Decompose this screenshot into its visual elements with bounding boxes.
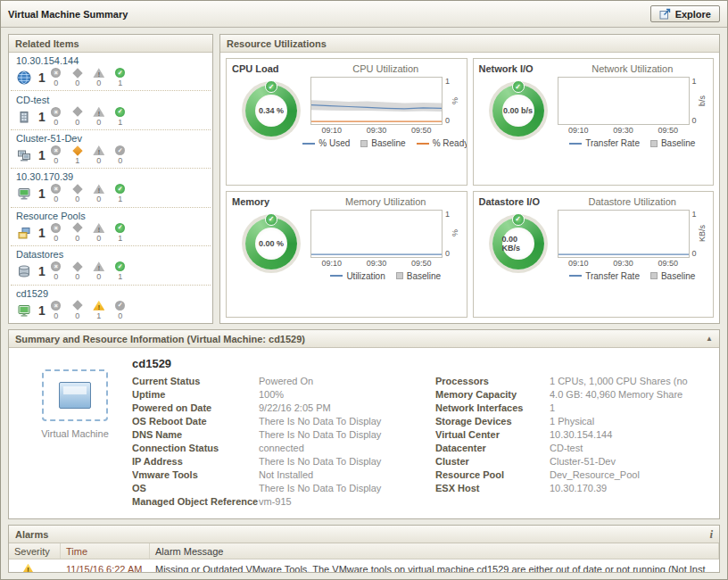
network-chart-y-axis: 10 b/s (691, 77, 707, 125)
fatal-status[interactable]: ×0 (46, 223, 67, 243)
related-item-name[interactable]: CD-test (16, 95, 205, 105)
y-max-label: 1 (692, 210, 697, 219)
related-item-name[interactable]: Datastores (16, 249, 205, 260)
network-utilization-chart[interactable] (558, 77, 690, 125)
fatal-icon: × (51, 223, 61, 233)
normal-status[interactable]: ✓1 (110, 261, 131, 281)
normal-icon: ✓ (115, 223, 125, 233)
warning-status[interactable]: !0 (88, 68, 110, 87)
related-item-name[interactable]: Cluster-51-Dev (16, 133, 205, 144)
fatal-status[interactable]: ×0 (46, 68, 67, 87)
vm-figure: Virtual Machine (18, 357, 132, 515)
warning-status[interactable]: !0 (88, 223, 110, 243)
warning-count: 1 (96, 311, 101, 320)
explore-button[interactable]: Explore (650, 5, 720, 22)
critical-icon (72, 106, 82, 116)
y-min-label: 0 (692, 116, 697, 125)
field-label: OS Reboot Date (132, 416, 259, 427)
related-item-name[interactable]: Resource Pools (16, 211, 205, 221)
info-icon[interactable]: i (709, 527, 713, 542)
fatal-icon: × (51, 107, 61, 117)
warning-count: 0 (96, 156, 101, 165)
time-column-header[interactable]: Time (61, 543, 150, 559)
warning-status[interactable]: !0 (88, 184, 110, 203)
used-line-swatch (302, 143, 315, 145)
critical-status[interactable]: 0 (67, 184, 88, 203)
network-io-gauge[interactable]: 0.00 b/s ✓ (492, 85, 544, 137)
collapse-icon[interactable]: ▲ (706, 335, 713, 343)
warning-icon: ! (93, 107, 104, 117)
fatal-count: 0 (54, 311, 58, 320)
fatal-status[interactable]: ×0 (46, 184, 67, 203)
datastore-io-gauge[interactable]: 0.00 KB/s ✓ (492, 218, 544, 269)
x-tick: 09:30 (367, 126, 387, 135)
related-item-row-datacenter[interactable]: CD-test 1 ×0 0 !0 ✓1 (11, 91, 211, 129)
critical-status[interactable]: 0 (67, 261, 88, 281)
critical-status[interactable]: 0 (67, 301, 88, 320)
critical-status[interactable]: 0 (67, 68, 88, 87)
warning-status[interactable]: !0 (88, 145, 110, 165)
normal-status[interactable]: ✓1 (110, 68, 131, 87)
field-label: Processors (435, 376, 550, 386)
severity-column-header[interactable]: Severity (9, 543, 61, 559)
virtual-machine-icon (16, 302, 31, 318)
normal-status[interactable]: ✓0 (110, 301, 131, 320)
field-value: vm-915 (259, 496, 435, 507)
datastore-utilization-chart[interactable] (558, 210, 690, 258)
normal-count: 1 (118, 79, 122, 87)
cpu-utilization-chart[interactable] (310, 77, 443, 125)
field-value: connected (259, 443, 435, 453)
fatal-status[interactable]: ×0 (46, 261, 67, 281)
normal-status[interactable]: ✓1 (110, 184, 131, 203)
field-value: 100% (259, 389, 435, 400)
critical-count: 0 (75, 118, 79, 127)
x-tick: 09:50 (658, 259, 679, 268)
warning-status[interactable]: !0 (88, 107, 110, 127)
x-tick: 09:10 (321, 259, 342, 268)
related-item-name[interactable]: 10.30.154.144 (16, 55, 205, 66)
critical-status[interactable]: 0 (67, 107, 88, 127)
normal-status[interactable]: ✓1 (110, 107, 131, 127)
resource-utilizations-body: CPU Load 0.34 % ✓ CPU Utilization (220, 53, 719, 323)
field-label: Vmware Tools (132, 469, 259, 480)
memory-utilization-chart[interactable] (310, 210, 443, 258)
related-items-title: Related Items (15, 38, 79, 49)
y-unit-label: % (451, 229, 459, 236)
warning-count: 0 (96, 272, 101, 281)
critical-status[interactable]: 1 (67, 145, 88, 165)
fatal-status[interactable]: ×0 (46, 145, 67, 165)
warning-status[interactable]: !1 (88, 301, 110, 320)
normal-count: 0 (118, 311, 122, 320)
alarm-row[interactable]: ! 11/15/16 6:22 AM Missing or Outdated V… (9, 559, 719, 573)
normal-status[interactable]: ✓0 (110, 145, 131, 165)
critical-status[interactable]: 0 (67, 223, 88, 243)
related-item-name[interactable]: 10.30.170.39 (16, 171, 205, 182)
fatal-count: 0 (54, 272, 58, 281)
alarm-time: 11/15/16 6:22 AM (61, 564, 150, 573)
memory-quadrant: Memory 0.00 % ✓ Memory Utilization (226, 191, 467, 319)
warning-count: 0 (96, 195, 101, 203)
related-item-row-datastores[interactable]: Datastores 1 ×0 0 !0 ✓1 (11, 246, 211, 285)
memory-gauge[interactable]: 0.00 % ✓ (245, 218, 297, 269)
fatal-icon: × (51, 261, 61, 271)
field-label: IP Address (132, 456, 259, 467)
related-item-row-cluster[interactable]: Cluster-51-Dev 1 ×0 1 !0 ✓0 (11, 130, 211, 169)
warning-count: 0 (96, 234, 101, 243)
field-label: Memory Capacity (435, 389, 550, 400)
critical-icon (72, 301, 82, 311)
related-item-name[interactable]: cd1529 (16, 288, 205, 299)
related-item-row-host[interactable]: 10.30.170.39 1 ×0 0 !0 ✓1 (11, 169, 211, 207)
field-value: Dev_Resource_Pool (550, 469, 714, 480)
related-item-row-resource-pools[interactable]: Resource Pools 1 ×0 0 !0 ✓1 (11, 208, 211, 246)
related-item-row-vcenter[interactable]: 10.30.154.144 1 ×0 0 !0 ✓1 (11, 53, 211, 91)
warning-status[interactable]: !0 (88, 261, 110, 281)
fatal-status[interactable]: ×0 (46, 107, 67, 127)
x-tick: 09:30 (613, 259, 633, 268)
message-column-header[interactable]: Alarm Message (150, 543, 719, 559)
field-value: Not Installed (259, 469, 435, 480)
related-item-row-vm[interactable]: cd1529 1 ×0 0 !1 ✓0 (11, 286, 211, 323)
cpu-load-gauge[interactable]: 0.34 % ✓ (245, 85, 297, 137)
fatal-status[interactable]: ×0 (46, 301, 67, 320)
y-min-label: 0 (445, 116, 450, 125)
normal-status[interactable]: ✓1 (110, 223, 131, 243)
